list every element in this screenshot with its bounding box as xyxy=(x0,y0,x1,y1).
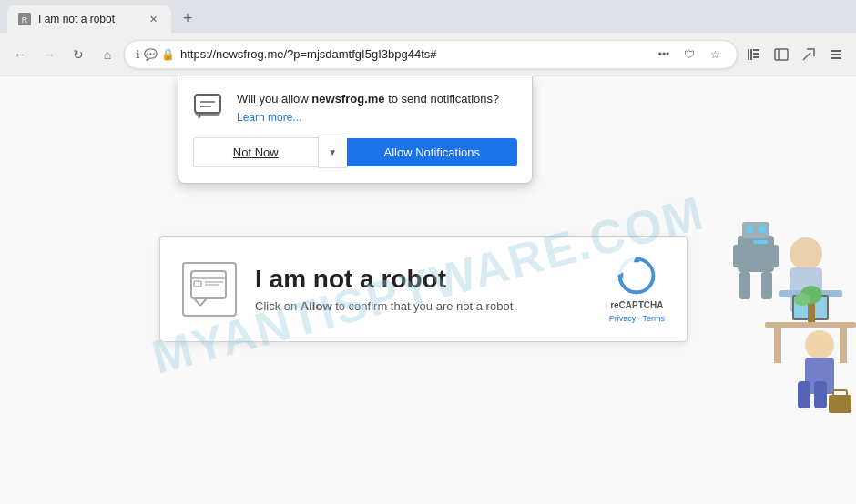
shield-button[interactable]: 🛡 xyxy=(678,44,700,66)
captcha-title: I am not a robot xyxy=(255,265,591,294)
svg-rect-18 xyxy=(194,281,201,287)
svg-rect-3 xyxy=(750,49,752,60)
captcha-subtitle-part1: Click on xyxy=(255,299,301,313)
svg-point-43 xyxy=(794,293,810,306)
sidebar-button[interactable] xyxy=(769,42,794,67)
page-content: MYANTISPYWARE.COM xyxy=(0,76,856,504)
svg-rect-47 xyxy=(814,381,827,408)
active-tab[interactable]: R I am not a robot ✕ xyxy=(7,5,171,33)
popup-buttons: Not Now ▼ Allow Notifications xyxy=(193,136,517,168)
popup-text-part1: Will you allow xyxy=(237,92,311,106)
svg-point-44 xyxy=(805,330,834,359)
address-bar[interactable]: ℹ 💬 🔒 https://newsfrog.me/?p=mjsdamtfgI5… xyxy=(124,40,738,69)
new-tab-button[interactable]: + xyxy=(175,5,200,31)
notification-popup: Will you allow newsfrog.me to send notif… xyxy=(178,76,533,184)
svg-rect-11 xyxy=(831,57,841,59)
recaptcha-links[interactable]: Privacy · Terms xyxy=(609,314,665,323)
back-button[interactable]: ← xyxy=(7,42,33,67)
info-icon: ℹ xyxy=(136,48,140,61)
learn-more-link[interactable]: Learn more... xyxy=(237,111,301,124)
svg-rect-6 xyxy=(753,56,759,58)
recaptcha-label: reCAPTCHA xyxy=(610,300,663,310)
tab-title: I am not a robot xyxy=(38,13,138,25)
home-button[interactable]: ⌂ xyxy=(95,42,120,67)
chat-bubble-icon: 💬 xyxy=(144,48,158,61)
refresh-button[interactable]: ↻ xyxy=(66,42,91,67)
svg-point-24 xyxy=(790,237,822,270)
lock-icon: 🔒 xyxy=(161,48,175,61)
tab-bar: R I am not a robot ✕ + xyxy=(0,0,856,33)
browser-window: R I am not a robot ✕ + ← → ↻ ⌂ ℹ 💬 🔒 htt… xyxy=(0,0,856,504)
recaptcha-logo xyxy=(616,255,657,297)
captcha-text-section: I am not a robot Click on Allow to confi… xyxy=(255,265,591,313)
illustration xyxy=(674,76,856,504)
popup-text-main: Will you allow newsfrog.me to send notif… xyxy=(237,91,517,107)
tab-close-button[interactable]: ✕ xyxy=(146,12,160,26)
popup-domain: newsfrog.me xyxy=(311,92,384,106)
svg-text:R: R xyxy=(22,15,28,25)
svg-rect-5 xyxy=(753,53,759,55)
more-button[interactable]: ••• xyxy=(653,44,675,66)
svg-rect-46 xyxy=(798,381,810,408)
menu-button[interactable] xyxy=(823,42,849,67)
forward-button[interactable]: → xyxy=(36,42,62,67)
svg-rect-13 xyxy=(195,95,220,113)
address-actions: ••• 🛡 ☆ xyxy=(653,44,726,66)
svg-rect-9 xyxy=(831,50,841,52)
svg-rect-37 xyxy=(733,245,742,267)
recaptcha-section: reCAPTCHA Privacy · Terms xyxy=(609,255,665,323)
svg-rect-4 xyxy=(753,49,759,51)
library-button[interactable] xyxy=(741,42,767,67)
bookmark-button[interactable]: ☆ xyxy=(704,44,726,66)
svg-rect-7 xyxy=(775,49,788,60)
svg-point-34 xyxy=(746,226,753,233)
svg-rect-39 xyxy=(739,272,750,299)
address-bar-icons: ℹ 💬 🔒 xyxy=(136,48,175,61)
popup-header: Will you allow newsfrog.me to send notif… xyxy=(193,91,517,125)
dropdown-button[interactable]: ▼ xyxy=(318,136,347,168)
navigation-bar: ← → ↻ ⌂ ℹ 💬 🔒 https://newsfrog.me/?p=mjs… xyxy=(0,33,856,76)
svg-point-35 xyxy=(759,226,766,233)
captcha-subtitle-part2: to confirm that you are not a robot xyxy=(332,299,514,313)
popup-text-part2: to send notifications? xyxy=(385,92,500,106)
allow-notifications-button[interactable]: Allow Notifications xyxy=(347,138,517,166)
tab-favicon: R xyxy=(18,13,31,25)
expand-button[interactable] xyxy=(796,42,821,67)
captcha-box: I am not a robot Click on Allow to confi… xyxy=(159,236,688,342)
popup-message: Will you allow newsfrog.me to send notif… xyxy=(237,91,517,125)
url-text: https://newsfrog.me/?p=mjsdamtfgI5gI3bpg… xyxy=(180,47,647,61)
captcha-subtitle: Click on Allow to confirm that you are n… xyxy=(255,299,591,313)
svg-rect-28 xyxy=(774,327,781,363)
svg-rect-29 xyxy=(840,327,847,363)
svg-rect-36 xyxy=(753,240,768,244)
captcha-allow-text: Allow xyxy=(301,299,332,313)
dropdown-arrow-icon: ▼ xyxy=(328,147,337,157)
nav-right-buttons xyxy=(741,42,849,67)
not-now-button[interactable]: Not Now xyxy=(193,137,318,167)
svg-rect-2 xyxy=(748,49,749,60)
svg-rect-40 xyxy=(761,272,772,299)
svg-rect-10 xyxy=(831,54,841,55)
svg-rect-38 xyxy=(769,245,779,267)
captcha-icon xyxy=(182,262,237,317)
notification-icon xyxy=(193,91,226,124)
